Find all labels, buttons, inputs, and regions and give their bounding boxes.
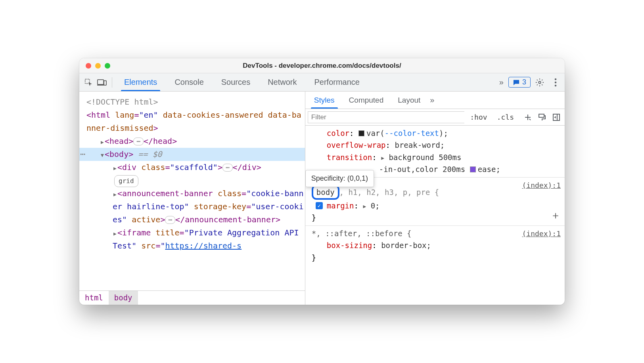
source-link[interactable]: (index):1 bbox=[522, 228, 561, 240]
new-style-rule-icon[interactable] bbox=[522, 111, 534, 123]
tab-performance[interactable]: Performance bbox=[306, 73, 369, 91]
styles-rules-list: color: var(--color-text); overflow-wrap:… bbox=[305, 126, 565, 305]
selection-dots-icon: ⋯ bbox=[80, 147, 84, 161]
ellipsis-badge[interactable]: ⋯ bbox=[133, 138, 144, 145]
tab-console[interactable]: Console bbox=[166, 73, 212, 91]
dom-body-selected[interactable]: ⋯ <body> == $0 bbox=[79, 148, 305, 161]
color-swatch-icon[interactable] bbox=[358, 130, 364, 136]
dom-html-open[interactable]: <html lang="en" data-cookies-answered da… bbox=[86, 109, 305, 135]
kebab-icon[interactable] bbox=[549, 76, 562, 89]
svg-point-7 bbox=[555, 84, 557, 86]
dom-doctype[interactable]: <!DOCTYPE html> bbox=[86, 96, 305, 109]
collapse-icon[interactable] bbox=[100, 148, 105, 161]
hov-toggle[interactable]: :hov bbox=[466, 113, 491, 121]
ellipsis-badge[interactable]: ⋯ bbox=[165, 216, 175, 224]
computed-toggle-icon[interactable] bbox=[550, 111, 562, 123]
crumb-body[interactable]: body bbox=[109, 291, 138, 305]
gear-icon[interactable] bbox=[533, 76, 546, 89]
issues-badge[interactable]: 3 bbox=[508, 77, 531, 88]
svg-point-5 bbox=[555, 78, 557, 80]
paint-icon[interactable] bbox=[536, 111, 548, 123]
svg-line-10 bbox=[529, 119, 531, 120]
tab-sources[interactable]: Sources bbox=[213, 73, 259, 91]
subtab-layout[interactable]: Layout bbox=[391, 92, 427, 109]
content-split: <!DOCTYPE html> <html lang="en" data-coo… bbox=[79, 92, 565, 305]
more-subtabs-chevron-icon[interactable]: » bbox=[427, 96, 437, 105]
maximize-window-button[interactable] bbox=[105, 63, 110, 69]
tab-elements[interactable]: Elements bbox=[115, 73, 166, 91]
expand-icon[interactable] bbox=[100, 135, 105, 148]
dom-grid-badge-row: grid bbox=[86, 174, 305, 187]
tab-network[interactable]: Network bbox=[259, 73, 305, 91]
svg-rect-3 bbox=[104, 80, 106, 85]
dom-tree[interactable]: <!DOCTYPE html> <html lang="en" data-coo… bbox=[79, 92, 305, 290]
devtools-window: DevTools - developer.chrome.com/docs/dev… bbox=[79, 58, 565, 305]
crumb-html[interactable]: html bbox=[79, 291, 109, 305]
style-rule-universal[interactable]: (index):1 *, ::after, ::before { box-siz… bbox=[305, 226, 565, 265]
main-toolbar: Elements Console Sources Network Perform… bbox=[79, 73, 565, 92]
issues-count: 3 bbox=[522, 78, 526, 86]
css-prop-color[interactable]: color: var(--color-text); bbox=[312, 127, 561, 139]
window-controls bbox=[79, 63, 110, 69]
dom-head[interactable]: <head>⋯</head> bbox=[86, 135, 305, 148]
css-prop-margin[interactable]: ✓ margin: ▶ 0; bbox=[312, 200, 561, 212]
svg-rect-1 bbox=[98, 80, 104, 84]
svg-rect-11 bbox=[539, 114, 544, 117]
sidebar-tab-strip: Styles Computed Layout » bbox=[305, 92, 565, 109]
more-tabs-chevron-icon[interactable]: » bbox=[497, 78, 506, 87]
rule-close-brace: } bbox=[312, 212, 561, 224]
bezier-swatch-icon[interactable] bbox=[470, 166, 476, 172]
add-property-icon[interactable]: ＋ bbox=[550, 207, 561, 224]
filter-input[interactable] bbox=[308, 111, 464, 123]
grid-badge[interactable]: grid bbox=[114, 175, 138, 187]
ellipsis-badge[interactable]: ⋯ bbox=[222, 164, 233, 172]
toolbar-right: » 3 bbox=[497, 76, 562, 89]
css-prop-box-sizing[interactable]: box-sizing: border-box; bbox=[312, 239, 561, 251]
styles-panel: Styles Computed Layout » :hov .cls color… bbox=[305, 92, 565, 305]
window-title: DevTools - developer.chrome.com/docs/dev… bbox=[79, 62, 565, 70]
main-tab-strip: Elements Console Sources Network Perform… bbox=[115, 73, 368, 91]
close-window-button[interactable] bbox=[86, 63, 91, 69]
expand-shorthand-icon[interactable]: ▶ bbox=[363, 203, 366, 209]
elements-breadcrumbs: html body bbox=[79, 290, 305, 305]
svg-point-6 bbox=[555, 81, 557, 83]
source-link[interactable]: (index):1 bbox=[522, 180, 561, 191]
css-prop-transition[interactable]: transition: ▶ background 500ms bbox=[312, 151, 561, 163]
dom-announcement-banner[interactable]: <announcement-banner class="cookie-banne… bbox=[86, 187, 305, 226]
expand-icon[interactable] bbox=[113, 187, 117, 200]
inspect-icon[interactable] bbox=[82, 76, 95, 89]
titlebar: DevTools - developer.chrome.com/docs/dev… bbox=[79, 58, 565, 73]
rule-close-brace: } bbox=[312, 252, 561, 264]
specificity-tooltip: Specificity: (0,0,1) bbox=[305, 170, 374, 187]
subtab-styles[interactable]: Styles bbox=[307, 92, 342, 109]
device-toolbar-icon[interactable] bbox=[95, 76, 109, 89]
prop-enabled-checkbox[interactable]: ✓ bbox=[316, 202, 323, 209]
expand-icon[interactable] bbox=[113, 226, 117, 239]
cls-toggle[interactable]: .cls bbox=[493, 113, 518, 121]
dom-iframe[interactable]: <iframe title="Private Aggregation API T… bbox=[86, 226, 305, 252]
style-rule-top[interactable]: color: var(--color-text); overflow-wrap:… bbox=[305, 126, 565, 178]
styles-filter-row: :hov .cls bbox=[305, 109, 565, 126]
svg-point-4 bbox=[539, 81, 541, 84]
expand-shorthand-icon[interactable]: ▶ bbox=[381, 155, 384, 161]
minimize-window-button[interactable] bbox=[95, 63, 101, 69]
dollar-zero-marker: == $0 bbox=[133, 149, 162, 159]
css-prop-overflow-wrap[interactable]: overflow-wrap: break-word; bbox=[312, 139, 561, 151]
elements-panel: <!DOCTYPE html> <html lang="en" data-coo… bbox=[79, 92, 305, 305]
dom-div-scaffold[interactable]: <div class="scaffold">⋯</div> bbox=[86, 161, 305, 174]
iframe-src-link[interactable]: https://shared-s bbox=[165, 241, 242, 250]
toolbar-separator bbox=[112, 77, 112, 88]
expand-icon[interactable] bbox=[113, 161, 117, 174]
subtab-computed[interactable]: Computed bbox=[342, 92, 391, 109]
